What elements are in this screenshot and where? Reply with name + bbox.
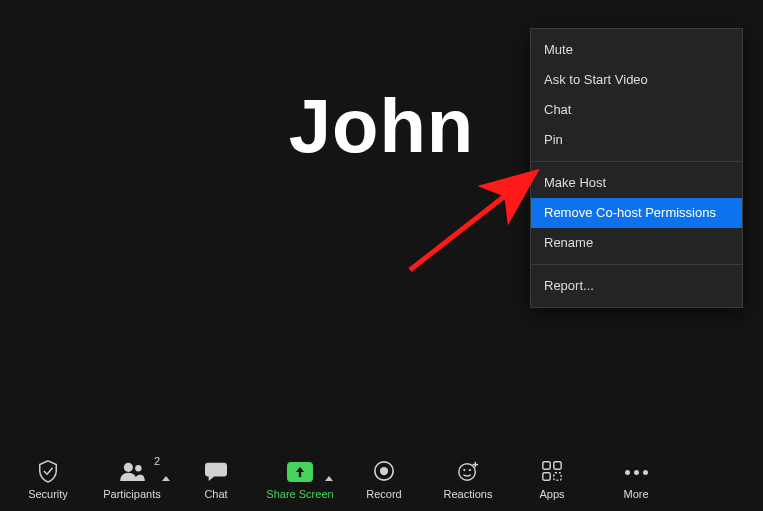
chat-icon (204, 460, 228, 484)
participants-label: Participants (103, 488, 160, 500)
reactions-icon (456, 460, 480, 484)
svg-point-2 (135, 465, 141, 471)
chat-button[interactable]: Chat (174, 447, 258, 511)
svg-point-7 (469, 469, 471, 471)
reactions-button[interactable]: Reactions (426, 447, 510, 511)
menu-mute[interactable]: Mute (531, 35, 742, 65)
menu-chat[interactable]: Chat (531, 95, 742, 125)
menu-separator (531, 264, 742, 265)
security-button[interactable]: Security (6, 447, 90, 511)
apps-icon (541, 460, 563, 484)
share-screen-icon (287, 462, 313, 482)
menu-ask-start-video[interactable]: Ask to Start Video (531, 65, 742, 95)
chat-label: Chat (204, 488, 227, 500)
chevron-up-icon[interactable] (162, 476, 170, 481)
video-stage: John Mute Ask to Start Video Chat Pin Ma… (0, 0, 763, 511)
record-button[interactable]: Record (342, 447, 426, 511)
apps-button[interactable]: Apps (510, 447, 594, 511)
menu-separator (531, 161, 742, 162)
record-label: Record (366, 488, 401, 500)
more-label: More (623, 488, 648, 500)
menu-pin[interactable]: Pin (531, 125, 742, 155)
svg-point-6 (463, 469, 465, 471)
shield-icon (37, 459, 59, 485)
participant-name: John (289, 82, 475, 169)
participants-icon (118, 461, 146, 483)
svg-point-4 (380, 467, 388, 475)
participants-count: 2 (154, 455, 160, 467)
menu-report[interactable]: Report... (531, 271, 742, 301)
menu-remove-cohost[interactable]: Remove Co-host Permissions (531, 198, 742, 228)
reactions-label: Reactions (444, 488, 493, 500)
share-screen-button[interactable]: Share Screen (258, 447, 342, 511)
svg-line-0 (410, 178, 528, 270)
svg-rect-13 (554, 473, 561, 480)
svg-rect-11 (554, 462, 561, 469)
share-screen-label: Share Screen (266, 488, 333, 500)
more-icon (625, 470, 648, 475)
svg-point-1 (124, 463, 133, 472)
record-icon (373, 460, 395, 484)
more-button[interactable]: More (594, 447, 678, 511)
meeting-toolbar: Security 2 Participants (0, 447, 763, 511)
svg-point-5 (459, 464, 476, 481)
menu-rename[interactable]: Rename (531, 228, 742, 258)
svg-rect-10 (543, 462, 550, 469)
svg-rect-12 (543, 473, 550, 480)
participant-context-menu: Mute Ask to Start Video Chat Pin Make Ho… (530, 28, 743, 308)
apps-label: Apps (539, 488, 564, 500)
chevron-up-icon[interactable] (325, 476, 333, 481)
menu-make-host[interactable]: Make Host (531, 168, 742, 198)
security-label: Security (28, 488, 68, 500)
participants-button[interactable]: 2 Participants (90, 447, 174, 511)
